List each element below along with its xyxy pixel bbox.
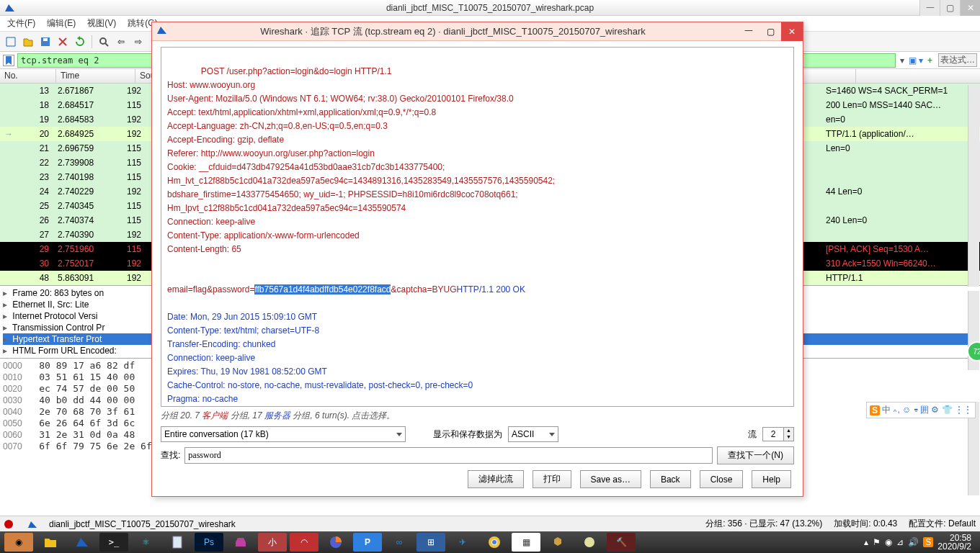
taskbar-app3[interactable]: 🔨 [607,533,636,552]
minimize-button[interactable]: 一 [919,0,940,16]
search-input[interactable] [184,447,713,464]
stream-number-spinner[interactable]: ▲▼ [762,427,794,441]
save-as-button[interactable]: Save as… [580,470,641,488]
filter-add-icon[interactable]: + [926,55,934,66]
dialog-maximize-button[interactable]: ▢ [760,22,781,41]
taskbar-start[interactable]: ◉ [4,533,33,552]
back-button[interactable]: Back [650,470,691,488]
tray-net-icon[interactable]: ⊿ [896,537,904,547]
spin-up[interactable]: ▲ [783,428,793,434]
expression-button[interactable]: 表达式… [938,53,977,67]
taskbar-electron[interactable]: ⚛ [131,533,160,552]
bookmark-icon[interactable] [3,55,14,66]
svg-rect-3 [173,536,182,548]
response-status: HTTP/1.1 200 OK [457,284,525,295]
taskbar-photoshop[interactable]: Ps [195,533,223,552]
next-icon[interactable]: ⇨ [130,34,146,50]
spin-down[interactable]: ▼ [783,434,793,441]
col-time[interactable]: Time [56,69,135,83]
svg-point-2 [100,38,106,44]
taskbar-vmware[interactable]: ⊞ [416,533,445,552]
help-button[interactable]: Help [752,470,791,488]
prev-icon[interactable]: ⇦ [113,34,129,50]
reload-icon[interactable] [72,34,88,50]
tray-safe-icon[interactable]: ◉ [885,537,892,547]
filter-dropdown-icon[interactable]: ▾ [899,55,906,66]
svg-point-8 [584,537,594,547]
tray-vol-icon[interactable]: 🔊 [908,537,919,547]
wireshark-icon [4,3,16,13]
close-button[interactable]: ✕ [960,0,980,16]
stream-label: 流 [748,428,757,441]
taskbar-app1[interactable] [543,533,572,552]
conversation-select[interactable]: Entire conversation (17 kB) [161,426,406,442]
ime-status-badge[interactable]: S中 ៱, ☺ ⌨ 囲 ⚙ 👕 ⋮⋮ [866,402,976,418]
find-icon[interactable] [96,34,112,50]
taskbar-terminal[interactable]: >_ [99,533,128,552]
menu-file[interactable]: 文件(F) [3,16,40,31]
stream-content[interactable]: POST /user.php?action=login&do=login HTT… [161,47,794,407]
taskbar-notepad[interactable] [163,533,192,552]
tray-up-icon[interactable]: ▴ [864,537,868,547]
taskbar-baidu[interactable]: ∞ [385,533,414,552]
taskbar-qr[interactable]: ▦ [512,533,540,552]
status-file: dianli_jbctf_MISC_T10075_20150707_wiresh… [49,519,236,529]
follow-tcp-stream-dialog: Wireshark · 追踪 TCP 流 (tcp.stream eq 2) ·… [151,22,803,497]
status-bar: dianli_jbctf_MISC_T10075_20150707_wiresh… [0,516,980,531]
taskbar-phpstudy[interactable]: 小 [258,533,287,552]
http-response: Date: Mon, 29 Jun 2015 15:09:10 GMT Cont… [167,312,473,407]
taskbar-firefox[interactable] [321,533,350,552]
packet-list-scrollbar[interactable] [968,85,979,287]
search-label: 查找: [161,449,180,462]
print-button[interactable]: 打印 [533,470,571,488]
form-data-pre: email=flag&password= [167,284,254,295]
menu-edit[interactable]: 编辑(E) [43,16,80,31]
wireshark-icon [156,25,168,37]
show-as-label: 显示和保存数据为 [433,428,502,441]
menu-view[interactable]: 视图(V) [83,16,120,31]
filter-out-button[interactable]: 滤掉此流 [468,470,524,488]
taskbar-chrome[interactable] [480,533,509,552]
main-titlebar: dianli_jbctf_MISC_T10075_20150707_wiresh… [0,0,980,16]
system-tray[interactable]: ▴ ⚑ ◉ ⊿ 🔊 S 20:58 2020/9/2 [864,534,977,551]
http-request: POST /user.php?action=login&do=login HTT… [167,66,555,254]
dialog-titlebar[interactable]: Wireshark · 追踪 TCP 流 (tcp.stream eq 2) ·… [152,22,803,41]
toolbar-btn[interactable] [3,34,19,50]
filter-clear-icon[interactable]: ▣ ▾ [907,55,925,66]
close-file-icon[interactable] [55,34,71,50]
form-data-post: &captcha=BYUG [391,284,456,295]
window-title: dianli_jbctf_MISC_T10075_20150707_wiresh… [386,3,594,13]
selected-password-hash: ffb7567a1d4f4abdffdb54e022f8facd [254,284,391,295]
tray-shield-icon[interactable]: ⚑ [873,537,881,547]
taskbar-wireshark[interactable] [68,533,97,552]
status-load: 加载时间: 0:0.43 [834,518,897,530]
svg-point-7 [492,540,496,544]
status-packets: 分组: 356 · 已显示: 47 (13.2%) [705,518,822,530]
taskbar-explorer[interactable] [36,533,65,552]
wireshark-small-icon [27,520,37,529]
maximize-button[interactable]: ▢ [940,0,960,16]
find-next-button[interactable]: 查找下一个(N) [717,446,794,464]
capture-status-icon [4,520,13,529]
close-button[interactable]: Close [700,470,744,488]
svg-rect-1 [43,38,48,41]
status-profile: 配置文件: Default [909,518,976,530]
stream-info-label: 分组 20. 7 客户端 分组, 17 服务器 分组, 6 turn(s). 点… [161,410,794,422]
save-icon[interactable] [37,34,53,50]
taskbar-pdf[interactable]: P [353,533,382,552]
taskbar-todesk[interactable]: ◠ [290,533,318,552]
taskbar-feishu[interactable]: ✈ [448,533,477,552]
dialog-close-button[interactable]: ✕ [781,22,803,41]
dialog-title: Wireshark · 追踪 TCP 流 (tcp.stream eq 2) ·… [168,25,738,38]
encoding-select[interactable]: ASCII [508,426,558,442]
dialog-minimize-button[interactable]: 一 [738,22,760,41]
open-file-icon[interactable] [20,34,36,50]
taskbar-app2[interactable] [575,533,604,552]
tray-clock[interactable]: 20:58 2020/9/2 [937,534,971,551]
windows-taskbar: ◉ >_ ⚛ Ps 小 ◠ P ∞ ⊞ ✈ ▦ 🔨 ▴ ⚑ ◉ ⊿ 🔊 S 20… [0,531,980,553]
tray-sogou-icon[interactable]: S [923,537,933,547]
taskbar-winrar[interactable] [226,533,255,552]
col-no[interactable]: No. [0,69,56,83]
